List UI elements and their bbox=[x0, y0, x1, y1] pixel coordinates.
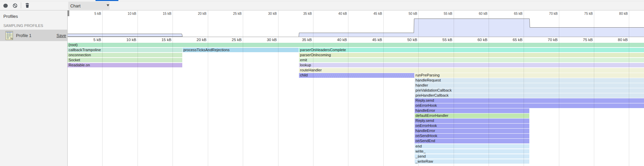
svg-text:%: % bbox=[10, 37, 13, 40]
